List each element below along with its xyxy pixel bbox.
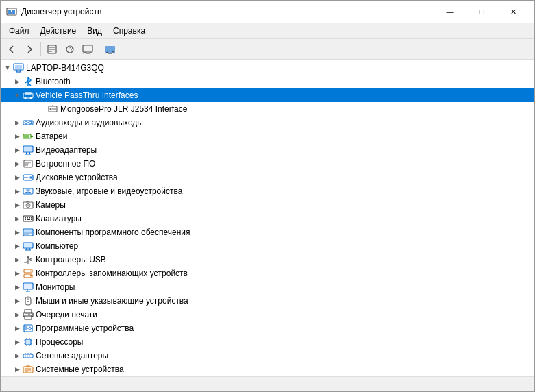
tree-item-storage[interactable]: ▶ Контроллеры запоминающих устройств <box>1 267 534 280</box>
tree-root[interactable]: ▼ LAPTOP-B414G3QQ <box>1 61 534 75</box>
tree-item-battery[interactable]: ▶ Батареи <box>1 130 534 143</box>
svg-rect-60 <box>25 219 26 221</box>
keyboard-expand-icon: ▶ <box>12 213 23 224</box>
svg-rect-3 <box>8 12 15 14</box>
menu-help[interactable]: Справка <box>108 25 151 37</box>
svg-point-33 <box>29 121 32 124</box>
svg-rect-10 <box>83 45 92 52</box>
svg-point-28 <box>50 108 52 110</box>
tree-item-monitor[interactable]: ▶ Мониторы <box>1 280 534 294</box>
disk-label: Дисковые устройства <box>36 173 118 182</box>
toolbar-separator-2 <box>99 42 99 56</box>
tree-item-computer[interactable]: ▶ Компьютер <box>1 239 534 253</box>
svg-point-81 <box>30 275 32 277</box>
computer-icon2 <box>23 241 34 252</box>
tree-item-usb[interactable]: ▶ Контроллеры USB <box>1 253 534 267</box>
display-expand-icon: ▶ <box>12 145 23 156</box>
svg-text:?: ? <box>69 46 73 53</box>
update-driver-button[interactable]: ? <box>62 41 78 58</box>
tree-item-camera[interactable]: ▶ Камеры <box>1 198 534 212</box>
menu-action[interactable]: Действие <box>35 25 82 37</box>
system-label: Системные устройства <box>36 365 124 374</box>
root-label: LAPTOP-B414G3QQ <box>26 63 104 73</box>
svg-rect-77 <box>24 262 27 263</box>
device-manager-window: Диспетчер устройств — □ ✕ Файл Действие … <box>0 0 535 392</box>
bluetooth-label: Bluetooth <box>36 77 71 86</box>
computer-label: Компьютер <box>36 241 78 251</box>
storage-expand-icon: ▶ <box>12 268 23 279</box>
tree-item-keyboard[interactable]: ▶ Клавиатуры <box>1 212 534 225</box>
print-icon <box>23 309 34 320</box>
svg-rect-83 <box>24 284 32 289</box>
maximize-button[interactable]: □ <box>466 5 497 19</box>
network-label: Сетевые адаптеры <box>36 351 108 360</box>
minimize-button[interactable]: — <box>434 5 466 19</box>
mouse-label: Мыши и иные указывающие устройства <box>36 296 188 306</box>
cpu-icon <box>23 336 34 347</box>
tree-item-prog[interactable]: ▶ Программные устройства <box>1 321 534 335</box>
tree-item-network[interactable]: ▶ Сетевые адаптеры <box>1 349 534 363</box>
tree-item-display[interactable]: ▶ Видеоадаптеры <box>1 143 534 157</box>
svg-rect-61 <box>27 219 30 221</box>
forward-button[interactable] <box>21 41 38 58</box>
back-button[interactable] <box>3 41 20 58</box>
title-bar: Диспетчер устройств — □ ✕ <box>1 1 534 23</box>
sound-expand-icon: ▶ <box>12 186 23 197</box>
tree-item-audio[interactable]: ▶ Аудиовходы и аудиовыходы <box>1 116 534 130</box>
battery-expand-icon: ▶ <box>12 131 23 142</box>
storage-label: Контроллеры запоминающих устройств <box>36 269 188 278</box>
tree-item-mongoose[interactable]: ▶ MongoosePro JLR J2534 Interface <box>1 102 534 116</box>
vehicle-expand-icon: ▼ <box>12 90 23 101</box>
print-label: Очереди печати <box>36 310 97 319</box>
firmware-label: Встроенное ПО <box>36 159 95 169</box>
tree-item-system[interactable]: ▶ Системные устройства <box>1 363 534 376</box>
tree-item-sound[interactable]: ▶ Звуковые, игровые и видеоустройства <box>1 184 534 198</box>
svg-rect-24 <box>25 92 32 95</box>
usb-icon <box>23 254 34 265</box>
tree-item-bluetooth[interactable]: ▶ Bluetooth <box>1 75 534 88</box>
battery-icon <box>23 131 34 142</box>
software-label: Компоненты программного обеспечения <box>36 228 190 237</box>
print-expand-icon: ▶ <box>12 309 23 320</box>
tree-item-disk[interactable]: ▶ Дисковые устройства <box>1 171 534 184</box>
usb-label: Контроллеры USB <box>36 255 106 265</box>
keyboard-label: Клавиатуры <box>36 214 82 223</box>
monitor-icon <box>23 282 34 293</box>
computer-icon <box>13 62 24 73</box>
tree-item-cpu[interactable]: ▶ Процессоры <box>1 335 534 349</box>
tree-item-vehicle[interactable]: ▼ Vehicle PassThru Interfaces <box>1 88 534 102</box>
svg-rect-55 <box>26 201 29 202</box>
svg-point-32 <box>25 121 27 124</box>
tree-item-mouse[interactable]: ▶ Мыши и иные указывающие устройства <box>1 294 534 308</box>
title-bar-left: Диспетчер устройств <box>6 6 101 17</box>
root-expand-icon: ▼ <box>2 62 13 73</box>
tree-item-software[interactable]: ▶ Компоненты программного обеспечения <box>1 225 534 239</box>
tree-item-firmware[interactable]: ▶ Встроенное ПО <box>1 157 534 171</box>
svg-rect-19 <box>15 65 22 69</box>
properties-button[interactable] <box>44 41 60 58</box>
audio-expand-icon: ▶ <box>12 117 23 128</box>
device-tree[interactable]: ▼ LAPTOP-B414G3QQ ▶ <box>1 60 534 376</box>
svg-rect-109 <box>29 356 30 357</box>
content-area: ▼ LAPTOP-B414G3QQ ▶ <box>1 60 534 376</box>
bluetooth-expand-icon: ▶ <box>12 76 23 87</box>
mouse-expand-icon: ▶ <box>12 295 23 306</box>
camera-icon <box>23 199 34 210</box>
svg-rect-118 <box>26 365 30 367</box>
toolbar-separator-1 <box>40 42 41 56</box>
menu-file[interactable]: Файл <box>3 25 35 37</box>
software-icon <box>23 227 34 238</box>
scan-button[interactable] <box>79 41 96 58</box>
svg-rect-65 <box>24 230 32 232</box>
sound-label: Звуковые, игровые и видеоустройства <box>36 186 182 196</box>
audio-icon <box>23 117 34 128</box>
svg-rect-37 <box>24 135 29 138</box>
sound-icon <box>23 186 34 197</box>
svg-point-54 <box>27 204 29 206</box>
menu-view[interactable]: Вид <box>82 25 108 37</box>
close-button[interactable]: ✕ <box>497 5 529 19</box>
battery-label: Батареи <box>36 132 67 141</box>
show-hidden-button[interactable] <box>102 41 119 58</box>
svg-rect-63 <box>31 219 32 221</box>
tree-item-print[interactable]: ▶ Очереди печати <box>1 308 534 321</box>
